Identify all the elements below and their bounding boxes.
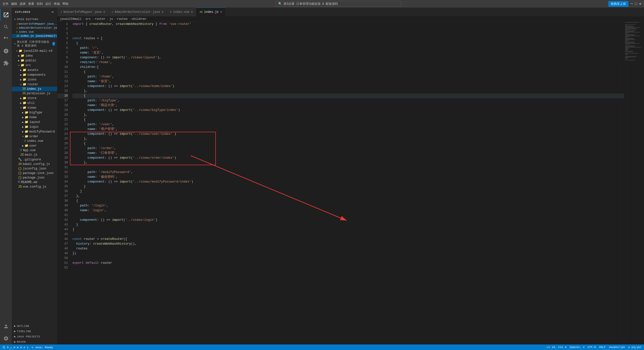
file-pkglock[interactable]: {} package-lock.json xyxy=(12,171,57,176)
folder-home-ico: 📁 xyxy=(25,115,28,119)
menu-terminal[interactable]: 终端 xyxy=(54,2,60,6)
tab-label-2: AdminOrderController.java xyxy=(115,10,160,14)
tab-close-2[interactable]: × xyxy=(162,10,164,14)
folder-modifypwd[interactable]: ▶ 📁 modifyPassword xyxy=(12,129,57,134)
folder-bigtype[interactable]: ▶ 📁 bigType xyxy=(12,110,57,115)
status-crlf[interactable]: CRLF xyxy=(599,346,606,349)
restore-icon[interactable]: □ xyxy=(635,2,637,6)
file-mainjs[interactable]: JS main.js xyxy=(12,153,57,157)
menu-run[interactable]: 运行 xyxy=(45,2,51,6)
code-line-48: routes xyxy=(72,246,624,251)
breadcrumb-java1234mall[interactable]: java1234mall xyxy=(60,17,82,21)
upload-button[interactable]: 抢购至上传 xyxy=(608,1,628,7)
timeline-section[interactable]: ▶ TIMELINE xyxy=(12,329,57,334)
chevron-bigtype-icon: ▶ xyxy=(22,111,24,114)
activity-bar xyxy=(0,8,12,344)
vue-app-icon: V xyxy=(20,149,22,152)
folder-views[interactable]: ▾ 📁 views xyxy=(12,105,57,110)
folder-home[interactable]: ▶ 📁 home xyxy=(12,115,57,120)
maven-section[interactable]: ▶ MAVEN xyxy=(12,339,57,344)
menu-edit[interactable]: 编辑 xyxy=(11,2,17,6)
activity-search-icon[interactable] xyxy=(0,21,12,33)
breadcrumb-src[interactable]: src xyxy=(86,17,91,21)
open-editors-section[interactable]: ▾ OPEN EDITORS xyxy=(12,17,57,22)
status-spaces[interactable]: Spaces: 2 xyxy=(570,346,584,349)
menu-help[interactable]: 帮助 xyxy=(62,2,68,6)
code-content[interactable]: import { createRouter, createWebHashHist… xyxy=(70,22,624,344)
folder-util[interactable]: ▶ 📁 util xyxy=(12,101,57,105)
breadcrumb: java1234mall › src › router › js › route… xyxy=(57,16,644,22)
project-section[interactable]: ▾ 第5次课 订单管理功能实现 A 配套源码 ! xyxy=(12,39,57,49)
folder-store[interactable]: ▶ 📁 store xyxy=(12,96,57,101)
status-java[interactable]: ⊙ Java: Ready xyxy=(31,346,53,349)
status-position[interactable]: Ln 16, Col 8 xyxy=(547,346,567,349)
activity-debug-icon[interactable] xyxy=(0,45,12,57)
folder-user[interactable]: ▶ 📁 user xyxy=(12,143,57,148)
menu-file[interactable]: 文件 xyxy=(3,2,9,6)
explorer-menu-icon[interactable]: ⋯ xyxy=(51,10,54,15)
menu-select[interactable]: 选择 xyxy=(20,2,26,6)
folder-components[interactable]: ▶ 📁 components xyxy=(12,72,57,77)
activity-accounts-icon[interactable] xyxy=(0,320,12,332)
open-file-indexvue[interactable]: V index.vue xyxy=(12,30,57,34)
search-bar[interactable]: 🔍 第5次课 订单管理功能实现 A 配套源码 xyxy=(275,1,401,7)
file-babel[interactable]: JS babel.config.js xyxy=(12,162,57,166)
code-editor[interactable]: 1 2 3 4 5 6 7 8 9 10 11 12 13 14 15 16 1… xyxy=(57,22,644,344)
folder-bigtype-ico: 📁 xyxy=(25,111,28,114)
breadcrumb-router[interactable]: router xyxy=(95,17,105,21)
folder-icons[interactable]: ▶ 📁 icons xyxy=(12,77,57,82)
file-gitignore[interactable]: 🔧 .gitignore xyxy=(12,157,57,162)
activity-explorer-icon[interactable] xyxy=(0,9,12,21)
line-numbers: 1 2 3 4 5 6 7 8 9 10 11 12 13 14 15 16 1… xyxy=(57,22,70,344)
tab-adminorder[interactable]: J AdminOrderController.java × xyxy=(108,8,167,16)
tab-close-3[interactable]: × xyxy=(191,10,193,14)
file-indexjs[interactable]: JS index.js xyxy=(12,87,57,91)
file-order-indexvue[interactable]: V index.vue xyxy=(12,139,57,143)
activity-extensions-icon[interactable] xyxy=(0,57,12,69)
breadcrumb-js[interactable]: js xyxy=(109,17,113,21)
status-git-icon[interactable]: ⓪ 0 △ 0 ⊗ 0 ⊘ 1 xyxy=(3,345,28,349)
folder-assets[interactable]: ▶ 📁 assets xyxy=(12,68,57,72)
tab-indexvue[interactable]: V index.vue × xyxy=(167,8,196,16)
code-line-46: const router = createRouter({ xyxy=(72,237,624,242)
menu-go[interactable]: 转到 xyxy=(37,2,43,6)
status-encoding[interactable]: UTF-8 xyxy=(588,346,596,349)
close-icon[interactable]: ✕ xyxy=(639,1,641,6)
file-jsconfig[interactable]: {} jsconfig.json xyxy=(12,166,57,171)
folder-java1234[interactable]: ▾ 📁 java1234-mall-v3 xyxy=(12,49,57,53)
folder-order[interactable]: ▾ 📁 order xyxy=(12,134,57,139)
activity-git-icon[interactable] xyxy=(0,33,12,45)
activity-settings-icon[interactable] xyxy=(0,332,12,344)
file-readme[interactable]: M README.md xyxy=(12,180,57,185)
js-perm-icon: JS xyxy=(22,92,26,95)
tab-indexjs[interactable]: JS index.js × xyxy=(196,8,225,16)
breadcrumb-routes[interactable]: routes xyxy=(117,17,128,21)
tab-label-1: WxUserInfoMapper.java xyxy=(64,10,102,14)
chevron-icons-icon: ▶ xyxy=(20,78,22,81)
file-permissionjs[interactable]: JS permission.js xyxy=(12,91,57,96)
status-language[interactable]: JavaScript xyxy=(609,346,625,349)
breadcrumb-children[interactable]: children xyxy=(132,17,146,21)
folder-public[interactable]: ▶ 📁 public xyxy=(12,58,57,63)
status-eslint[interactable]: ⊙ ESLINT xyxy=(628,346,641,349)
folder-src[interactable]: ▾ 📁 src xyxy=(12,63,57,68)
open-file-indexjs[interactable]: JS index.js java1234mall\src\router xyxy=(12,34,57,38)
open-file-adminorder[interactable]: J AdminOrderController.java... xyxy=(12,26,57,30)
file-pkg[interactable]: {} package.json xyxy=(12,176,57,180)
project-badge: ! xyxy=(52,42,55,46)
folder-layout[interactable]: ▶ 📁 layout xyxy=(12,120,57,124)
tab-wxuserinfo[interactable]: J WxUserInfoMapper.java × xyxy=(57,8,108,16)
vue-icon: V xyxy=(16,30,18,33)
minimize-icon[interactable]: ─ xyxy=(630,2,633,6)
file-appvue[interactable]: V App.vue xyxy=(12,148,57,153)
java-projects-section[interactable]: ▶ JAVA PROJECTS xyxy=(12,334,57,339)
folder-login[interactable]: ▶ 📁 login xyxy=(12,124,57,129)
menu-view[interactable]: 查看 xyxy=(28,2,34,6)
tab-close-1[interactable]: × xyxy=(103,10,105,14)
outline-section[interactable]: ▶ OUTLINE xyxy=(12,323,57,329)
folder-router[interactable]: ▾ 📁 router xyxy=(12,82,57,87)
folder-idea[interactable]: ▶ 📁 idea xyxy=(12,53,57,58)
open-file-wxuserinfo[interactable]: J WxUserInfoMapper.java... xyxy=(12,22,57,26)
tab-close-4[interactable]: × xyxy=(220,10,222,14)
file-vueconfig[interactable]: JS vue.config.js xyxy=(12,185,57,189)
